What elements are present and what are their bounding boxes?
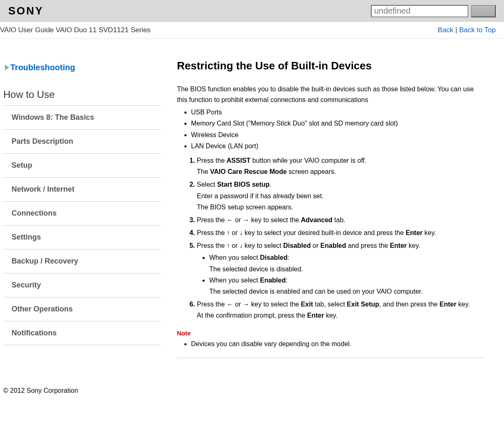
- sidebar-item-connections[interactable]: Connections: [3, 202, 160, 225]
- arrow-right-icon: →: [243, 301, 249, 308]
- step-5-sublist: When you select Disabled: The selected d…: [197, 252, 483, 297]
- step-4: Press the ↑ or ↓ key to select your desi…: [197, 227, 483, 238]
- step-5-sub-disabled: When you select Disabled: The selected d…: [209, 252, 483, 274]
- sidebar-item-network[interactable]: Network / Internet: [3, 178, 160, 201]
- arrow-down-icon: ↓: [239, 242, 243, 249]
- sidebar: Troubleshooting How to Use Windows 8: Th…: [3, 55, 160, 375]
- sidebar-item-notifications[interactable]: Notifications: [3, 321, 160, 345]
- separator: [177, 358, 483, 358]
- step-2: Select Start BIOS setup. Enter a passwor…: [197, 179, 483, 213]
- footer: © 2012 Sony Corporation: [0, 383, 504, 407]
- device-list: USB Ports Memory Card Slot ("Memory Stic…: [177, 107, 483, 152]
- sidebar-item-parts[interactable]: Parts Description: [3, 130, 160, 153]
- note-item: Devices you can disable vary depending o…: [191, 338, 483, 349]
- arrow-up-icon: ↑: [227, 242, 230, 249]
- back-to-top-link[interactable]: Back to Top: [459, 26, 496, 34]
- arrow-up-icon: ↑: [227, 229, 230, 236]
- troubleshooting-link[interactable]: Troubleshooting: [3, 59, 160, 81]
- sidebar-item-other[interactable]: Other Operations: [3, 297, 160, 321]
- step-6: Press the ← or → key to select the Exit …: [197, 299, 483, 321]
- arrow-down-icon: ↓: [239, 229, 243, 236]
- step-3: Press the ← or → key to select the Advan…: [197, 214, 483, 226]
- sidebar-item-security[interactable]: Security: [3, 273, 160, 297]
- brand-logo: SONY: [8, 5, 44, 17]
- copyright: © 2012 Sony Corporation: [3, 387, 78, 394]
- device-item: Wireless Device: [191, 129, 483, 140]
- device-item: Memory Card Slot ("Memory Stick Duo" slo…: [191, 118, 483, 129]
- breadcrumb-bar: VAIO User Guide VAIO Duo 11 SVD1121 Seri…: [0, 22, 504, 39]
- search-input[interactable]: [371, 5, 468, 17]
- breadcrumb: VAIO User Guide VAIO Duo 11 SVD1121 Seri…: [0, 26, 150, 34]
- step-1: Press the ASSIST button while your VAIO …: [197, 155, 483, 177]
- page-title: Restricting the Use of Built-in Devices: [177, 59, 483, 72]
- device-item: USB Ports: [191, 107, 483, 118]
- search-area: [371, 5, 496, 17]
- step-5: Press the ↑ or ↓ key to select Disabled …: [197, 240, 483, 297]
- page-nav-links: Back | Back to Top: [438, 26, 496, 34]
- article-intro: The BIOS function enables you to disable…: [177, 84, 483, 105]
- main-article: Restricting the Use of Built-in Devices …: [160, 55, 496, 375]
- breadcrumb-model: VAIO Duo 11 SVD1121 Series: [56, 26, 150, 34]
- arrow-left-icon: ←: [227, 216, 233, 223]
- sidebar-item-backup[interactable]: Backup / Recovery: [3, 249, 160, 273]
- arrow-left-icon: ←: [227, 301, 233, 308]
- troubleshooting-label: Troubleshooting: [10, 63, 75, 72]
- note-list: Devices you can disable vary depending o…: [177, 338, 483, 349]
- back-link[interactable]: Back: [438, 26, 454, 34]
- sidebar-nav-list: Windows 8: The Basics Parts Description …: [3, 105, 160, 345]
- sidebar-item-windows8[interactable]: Windows 8: The Basics: [3, 106, 160, 129]
- content-wrapper: Troubleshooting How to Use Windows 8: Th…: [0, 39, 504, 383]
- note-label: Note: [177, 330, 483, 337]
- sidebar-section-heading: How to Use: [3, 81, 160, 105]
- step-5-sub-enabled: When you select Enabled: The selected de…: [209, 275, 483, 297]
- search-button[interactable]: [471, 5, 496, 17]
- header-bar: SONY: [0, 0, 504, 22]
- breadcrumb-guide: VAIO User Guide: [0, 26, 54, 34]
- sidebar-item-settings[interactable]: Settings: [3, 226, 160, 249]
- steps-list: Press the ASSIST button while your VAIO …: [177, 155, 483, 321]
- arrow-right-icon: →: [243, 216, 249, 223]
- sidebar-item-setup[interactable]: Setup: [3, 154, 160, 177]
- device-item: LAN Device (LAN port): [191, 140, 483, 152]
- chevron-right-icon: [5, 65, 9, 71]
